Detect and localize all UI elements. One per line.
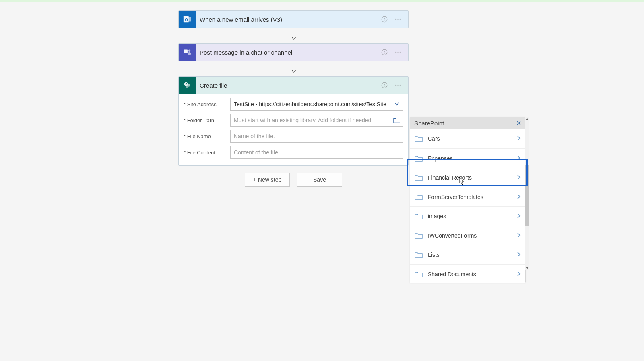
file-content-input[interactable] bbox=[230, 146, 403, 159]
create-file-header[interactable]: S Create file ? bbox=[179, 77, 408, 94]
file-content-label: * File Content bbox=[184, 150, 230, 156]
outlook-icon: O bbox=[179, 11, 196, 28]
folder-path-input[interactable] bbox=[230, 114, 403, 127]
svg-point-6 bbox=[398, 19, 399, 20]
svg-rect-10 bbox=[188, 52, 191, 55]
scroll-up-icon[interactable]: ▲ bbox=[525, 117, 529, 121]
folder-item-label: IWConvertedForms bbox=[428, 232, 477, 239]
connector-arrow bbox=[291, 28, 297, 41]
svg-text:T: T bbox=[185, 50, 187, 53]
sharepoint-icon: S bbox=[179, 77, 196, 94]
svg-point-14 bbox=[395, 52, 396, 53]
create-file-title: Create file bbox=[196, 82, 378, 89]
chevron-right-icon[interactable] bbox=[516, 232, 521, 239]
site-address-value: TestSite - https://citizenbuilders.share… bbox=[234, 101, 386, 107]
chevron-right-icon[interactable] bbox=[516, 271, 521, 277]
folder-item-label: Cars bbox=[428, 135, 440, 142]
folder-picker-list[interactable]: CarsExpensesFinancial ReportsFormServerT… bbox=[410, 129, 525, 282]
chevron-down-icon bbox=[394, 101, 400, 108]
folder-picker[interactable]: SharePoint ✕ CarsExpensesFinancial Repor… bbox=[410, 117, 526, 282]
more-menu-icon[interactable] bbox=[391, 12, 405, 26]
folder-item[interactable]: images bbox=[410, 206, 525, 226]
folder-icon bbox=[414, 135, 423, 142]
site-address-label: * Site Address bbox=[184, 101, 230, 107]
folder-icon bbox=[414, 213, 423, 220]
folder-picker-header: SharePoint ✕ bbox=[410, 117, 525, 129]
more-menu-icon[interactable] bbox=[391, 78, 405, 92]
chevron-right-icon[interactable] bbox=[516, 155, 521, 162]
save-button[interactable]: Save bbox=[297, 173, 342, 187]
folder-item[interactable]: Lists bbox=[410, 245, 525, 264]
help-icon[interactable]: ? bbox=[378, 12, 391, 26]
folder-item[interactable]: Financial Reports bbox=[410, 168, 525, 187]
action-buttons: + New step Save bbox=[178, 173, 409, 187]
folder-path-label: * Folder Path bbox=[184, 117, 230, 123]
folder-icon bbox=[414, 251, 423, 258]
new-step-button[interactable]: + New step bbox=[245, 173, 290, 187]
chevron-right-icon[interactable] bbox=[516, 174, 521, 181]
folder-icon bbox=[414, 155, 423, 162]
svg-point-24 bbox=[398, 85, 399, 86]
svg-point-5 bbox=[395, 19, 396, 20]
folder-icon bbox=[414, 232, 423, 239]
create-file-body: * Site Address TestSite - https://citize… bbox=[179, 94, 408, 165]
folder-icon bbox=[414, 174, 423, 181]
folder-item[interactable]: Shared Documents bbox=[410, 264, 525, 283]
site-address-dropdown[interactable]: TestSite - https://citizenbuilders.share… bbox=[230, 98, 403, 111]
file-name-label: * File Name bbox=[184, 133, 230, 139]
folder-item[interactable]: Cars bbox=[410, 129, 525, 148]
flow-canvas: O When a new email arrives (V3) ? T Post… bbox=[0, 0, 644, 361]
svg-text:?: ? bbox=[383, 51, 385, 55]
folder-item[interactable]: FormServerTemplates bbox=[410, 187, 525, 206]
folder-item-label: Financial Reports bbox=[428, 174, 472, 181]
svg-point-23 bbox=[395, 85, 396, 86]
folder-item-label: Expenses bbox=[428, 155, 452, 162]
svg-point-19 bbox=[186, 86, 188, 88]
more-menu-icon[interactable] bbox=[391, 45, 405, 59]
file-name-input[interactable] bbox=[230, 130, 403, 143]
chevron-right-icon[interactable] bbox=[516, 135, 521, 142]
folder-item-label: FormServerTemplates bbox=[428, 194, 483, 200]
folder-icon bbox=[414, 193, 423, 201]
teams-header[interactable]: T Post message in a chat or channel ? bbox=[179, 44, 408, 61]
connector-arrow bbox=[291, 61, 297, 74]
chevron-right-icon[interactable] bbox=[516, 194, 521, 200]
trigger-header[interactable]: O When a new email arrives (V3) ? bbox=[179, 11, 408, 28]
folder-browse-icon[interactable] bbox=[393, 116, 401, 124]
chevron-right-icon[interactable] bbox=[516, 213, 521, 219]
folder-picker-title: SharePoint bbox=[414, 120, 444, 127]
folder-item-label: Shared Documents bbox=[428, 271, 476, 277]
folder-item[interactable]: Expenses bbox=[410, 148, 525, 168]
trigger-title: When a new email arrives (V3) bbox=[196, 16, 378, 23]
create-file-step[interactable]: S Create file ? * Site Address TestSite … bbox=[178, 76, 409, 166]
folder-item-label: Lists bbox=[428, 252, 440, 258]
folder-item-label: images bbox=[428, 213, 446, 219]
svg-point-15 bbox=[398, 52, 399, 53]
scrollbar-thumb[interactable] bbox=[525, 165, 529, 226]
folder-icon bbox=[414, 271, 423, 278]
svg-text:?: ? bbox=[383, 84, 385, 88]
teams-step[interactable]: T Post message in a chat or channel ? bbox=[178, 43, 409, 61]
svg-point-25 bbox=[400, 85, 401, 86]
svg-text:O: O bbox=[185, 18, 188, 22]
help-icon[interactable]: ? bbox=[378, 78, 391, 92]
svg-text:?: ? bbox=[383, 18, 385, 22]
svg-point-7 bbox=[400, 19, 401, 20]
help-icon[interactable]: ? bbox=[378, 45, 391, 59]
scrollbar[interactable]: ▲ ▼ bbox=[525, 117, 529, 270]
scroll-down-icon[interactable]: ▼ bbox=[525, 266, 529, 270]
teams-title: Post message in a chat or channel bbox=[196, 49, 378, 56]
svg-point-9 bbox=[188, 50, 191, 52]
teams-icon: T bbox=[179, 44, 196, 61]
chevron-right-icon[interactable] bbox=[516, 252, 521, 258]
svg-point-16 bbox=[400, 52, 401, 53]
folder-item[interactable]: IWConvertedForms bbox=[410, 226, 525, 245]
close-icon[interactable]: ✕ bbox=[516, 119, 521, 127]
svg-text:S: S bbox=[185, 82, 187, 86]
trigger-step[interactable]: O When a new email arrives (V3) ? bbox=[178, 10, 409, 28]
